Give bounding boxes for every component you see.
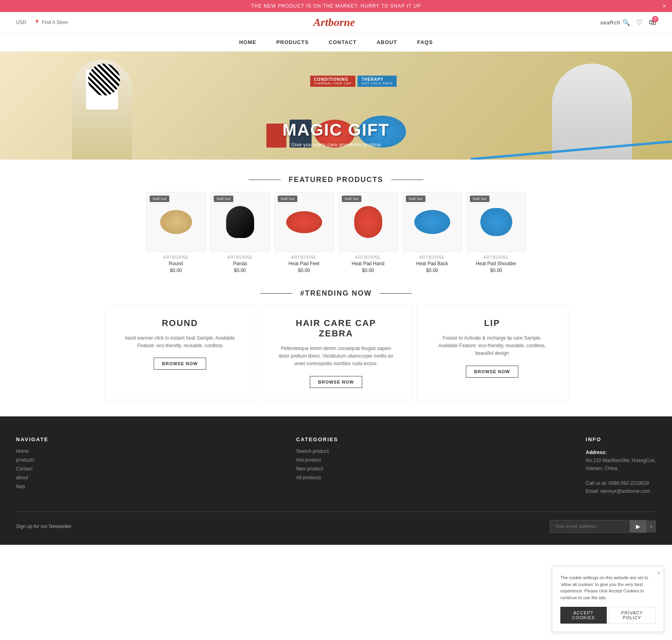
header: USD 📍 Find A Store Artborne seaRch 🔍 ♡ 🛍…	[0, 12, 672, 33]
product-name-round: Round	[146, 261, 206, 266]
footer-content: NAVIGATE Home products Contact about faq…	[16, 436, 656, 496]
currency-selector[interactable]: USD	[16, 20, 26, 25]
products-grid: Sold Out ARTBORNE Round $0.00 Sold Out A…	[0, 192, 672, 273]
newsletter-next[interactable]: ›	[646, 520, 656, 532]
product-brand-back: ARTBORNE	[402, 255, 462, 260]
footer-about[interactable]: about	[16, 475, 48, 480]
trending-card-zebra: HAIR CARE CAPZEBRA Pellentesque lorem de…	[260, 306, 412, 400]
trending-zebra-browse[interactable]: BROWSE NOW	[310, 376, 362, 388]
product-card-back[interactable]: Sold Out ARTBORNE Heat Pad Back $0.00	[402, 192, 462, 273]
header-right: seaRch 🔍 ♡ 🛍 0	[600, 18, 656, 27]
badge-conditioning: CONDITIONING THERMAL HAIR CAP	[310, 76, 356, 87]
cart-badge: 0	[652, 16, 658, 22]
product-card-shoulder[interactable]: Sold Out ARTBORNE Heat Pad Shoulder $0.0…	[466, 192, 526, 273]
footer-contact[interactable]: Contact	[16, 466, 48, 472]
hero-text-overlay: MAGIC GIFT Give you warm care anywhere a…	[283, 120, 389, 148]
footer-search-product[interactable]: Search product	[296, 448, 338, 454]
navigate-title: NAVIGATE	[16, 436, 48, 442]
trending-round-browse[interactable]: BROWSE NOW	[154, 358, 206, 370]
hero-person-left	[72, 60, 132, 160]
nav-faqs[interactable]: FAQS	[417, 39, 433, 45]
trending-zebra-desc: Pellentesque lorem denim consequat feugi…	[277, 345, 396, 368]
email-text: Email: wennyx@artborne.com	[586, 487, 656, 495]
newsletter-input[interactable]	[550, 520, 630, 533]
footer-bottom: Sign up for our Newsletter ▶ ›	[16, 512, 656, 533]
hand-product-img	[354, 206, 382, 238]
nav-about[interactable]: ABOUT	[377, 39, 397, 45]
product-card-feet[interactable]: Sold Out ARTBORNE Heat Pad Feet $0.00	[274, 192, 334, 273]
trending-round-desc: hand warmer click to instant heat Sample…	[120, 334, 240, 350]
sold-out-badge-panda: Sold Out	[214, 196, 233, 202]
nav-contact[interactable]: CONTACT	[329, 39, 357, 45]
product-name-shoulder: Heat Pad Shoulder	[466, 261, 526, 266]
featured-section: FEATURED PRODUCTS Sold Out ARTBORNE Roun…	[0, 176, 672, 273]
trending-lip-browse[interactable]: BROWSE NOW	[466, 366, 518, 378]
product-price-panda: $0.00	[210, 268, 270, 273]
sold-out-badge: Sold Out	[150, 196, 169, 202]
trending-card-lip: LIP Freeze to Activate & recharge lip ca…	[416, 306, 568, 400]
panda-product-img	[226, 206, 254, 238]
product-card-round[interactable]: Sold Out ARTBORNE Round $0.00	[146, 192, 206, 273]
footer-info: INFO Address: No.210 MaoNanSite, HuangCu…	[586, 436, 656, 496]
logo[interactable]: Artborne	[313, 16, 355, 29]
product-price-round: $0.00	[146, 268, 206, 273]
newsletter-label: Sign up for our Newsletter	[16, 524, 72, 529]
trending-lip-title: LIP	[433, 318, 552, 328]
announcement-bar: THE NEW PRODUCT IS ON THE MARKET. HURRY …	[0, 0, 672, 12]
featured-title-text: FEATURED PRODUCTS	[289, 176, 383, 184]
announcement-close[interactable]: ×	[663, 3, 666, 9]
footer-faqs[interactable]: faqs	[16, 484, 48, 489]
round-product-img	[160, 210, 192, 234]
phone-text: Call us at: 0086-592-2218618	[586, 479, 656, 487]
therapy-sub: HOT COLD PACK	[361, 82, 393, 85]
product-card-hand[interactable]: Sold Out ARTBORNE Heat Pad Hand $0.00	[338, 192, 398, 273]
product-price-feet: $0.00	[274, 268, 334, 273]
badge-therapy: THERAPY HOT COLD PACK	[357, 76, 397, 87]
footer-products[interactable]: products	[16, 457, 48, 463]
featured-title: FEATURED PRODUCTS	[0, 176, 672, 184]
product-brand-shoulder: ARTBORNE	[466, 255, 526, 260]
search-area: seaRch 🔍	[600, 19, 630, 26]
location-icon: 📍	[34, 20, 40, 25]
info-title: INFO	[586, 436, 656, 442]
product-brand-feet: ARTBORNE	[274, 255, 334, 260]
trending-title-text: #TRENDING NOW	[300, 289, 372, 298]
product-image-shoulder: Sold Out	[466, 192, 526, 252]
footer-hot-product[interactable]: Hot product	[296, 457, 338, 463]
footer-new-product[interactable]: New product	[296, 466, 338, 472]
product-name-feet: Heat Pad Feet	[274, 261, 334, 266]
footer-home[interactable]: Home	[16, 448, 48, 454]
trending-round-title: ROUND	[120, 318, 240, 328]
sold-out-badge-shoulder: Sold Out	[470, 196, 489, 202]
search-icon[interactable]: 🔍	[622, 19, 630, 26]
product-card-panda[interactable]: Sold Out ARTBORNE Panda $0.00	[210, 192, 270, 273]
hero-badges: CONDITIONING THERMAL HAIR CAP THERAPY HO…	[310, 76, 397, 87]
wishlist-icon[interactable]: ♡	[636, 18, 643, 27]
trending-cards: ROUND hand warmer click to instant heat …	[16, 306, 656, 400]
footer-all-products[interactable]: All products	[296, 475, 338, 480]
product-name-panda: Panda	[210, 261, 270, 266]
conditioning-label: CONDITIONING	[314, 77, 349, 82]
product-image-panda: Sold Out	[210, 192, 270, 252]
therapy-label: THERAPY	[361, 77, 383, 82]
cart-icon[interactable]: 🛍 0	[649, 18, 656, 27]
newsletter-form: ▶ ›	[550, 520, 656, 533]
nav-home[interactable]: HOME	[239, 39, 256, 45]
product-price-hand: $0.00	[338, 268, 398, 273]
store-link-text: Find A Store	[42, 20, 68, 25]
nav: HOME PRODUCTS CONTACT ABOUT FAQS	[0, 33, 672, 52]
search-label[interactable]: seaRch	[600, 20, 620, 26]
trending-zebra-title: HAIR CARE CAPZEBRA	[277, 318, 396, 339]
sold-out-badge-hand: Sold Out	[342, 196, 361, 202]
find-store-link[interactable]: 📍 Find A Store	[34, 20, 68, 25]
newsletter-submit[interactable]: ▶	[630, 520, 646, 533]
header-left: USD 📍 Find A Store	[16, 20, 68, 25]
nav-products[interactable]: PRODUCTS	[276, 39, 309, 45]
product-brand-panda: ARTBORNE	[210, 255, 270, 260]
address-label: Address:	[586, 448, 656, 456]
product-name-hand: Heat Pad Hand	[338, 261, 398, 266]
product-image-hand: Sold Out	[338, 192, 398, 252]
footer-categories: CATEGORIES Search product Hot product Ne…	[296, 436, 338, 496]
back-product-img	[414, 210, 450, 234]
product-name-back: Heat Pad Back	[402, 261, 462, 266]
